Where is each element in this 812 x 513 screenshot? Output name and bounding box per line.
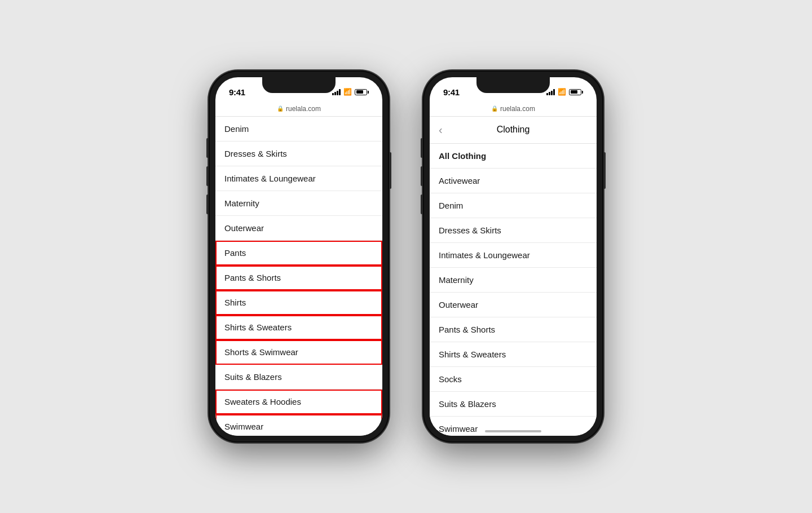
list-item[interactable]: All Clothing (430, 144, 597, 169)
phone-screen-right: 9:41 📶 (430, 77, 597, 436)
right-phone: 9:41 📶 (423, 70, 603, 443)
screen-content-right: 9:41 📶 (430, 77, 597, 436)
list-item[interactable]: Swimwear (430, 417, 597, 436)
lock-icon-right: 🔒 (491, 105, 498, 112)
url-bar-left: 🔒 ruelala.com (215, 102, 382, 117)
url-text-left: ruelala.com (286, 105, 321, 113)
notch-left (262, 77, 336, 93)
notch-right (476, 77, 550, 93)
list-item[interactable]: Outerwear (430, 293, 597, 317)
right-list[interactable]: All ClothingActivewearDenimDresses & Ski… (430, 144, 597, 436)
list-item[interactable]: Dresses & Skirts (430, 218, 597, 243)
status-time-right: 9:41 (443, 87, 460, 97)
status-icons-left: 📶 (332, 88, 369, 96)
list-item[interactable]: Pants (215, 241, 382, 266)
nav-header-right: ‹ Clothing (430, 117, 597, 144)
lock-icon-left: 🔒 (277, 105, 284, 112)
status-icons-right: 📶 (546, 88, 583, 96)
wifi-icon-left: 📶 (343, 88, 352, 96)
list-item[interactable]: Dresses & Skirts (215, 141, 382, 166)
list-item[interactable]: Denim (430, 193, 597, 218)
battery-icon-left (355, 89, 369, 95)
list-item[interactable]: Socks (430, 367, 597, 392)
phone-frame-left: 9:41 📶 (209, 70, 389, 443)
back-button[interactable]: ‹ (439, 122, 447, 138)
list-item[interactable]: Outerwear (215, 216, 382, 241)
list-item[interactable]: Maternity (430, 268, 597, 293)
list-item[interactable]: Shirts & Sweaters (215, 315, 382, 340)
list-item[interactable]: Intimates & Loungewear (430, 243, 597, 268)
left-phone: 9:41 📶 (209, 70, 389, 443)
list-item[interactable]: Shirts (215, 290, 382, 315)
list-item[interactable]: Sweaters & Hoodies (215, 390, 382, 414)
url-text-right: ruelala.com (500, 105, 535, 113)
phone-screen-left: 9:41 📶 (215, 77, 382, 436)
list-item[interactable]: Suits & Blazers (430, 392, 597, 417)
battery-icon-right (569, 89, 583, 95)
list-item[interactable]: Swimwear (215, 414, 382, 436)
list-item[interactable]: Maternity (215, 191, 382, 216)
nav-title: Clothing (497, 125, 530, 135)
list-item[interactable]: Denim (215, 117, 382, 141)
signal-icon-left (332, 89, 341, 95)
list-item[interactable]: Shirts & Sweaters (430, 342, 597, 367)
list-item[interactable]: Pants & Shorts (430, 317, 597, 342)
list-item[interactable]: Shorts & Swimwear (215, 340, 382, 365)
wifi-icon-right: 📶 (558, 88, 566, 96)
left-list[interactable]: DenimDresses & SkirtsIntimates & Loungew… (215, 117, 382, 436)
list-item[interactable]: Pants & Shorts (215, 266, 382, 290)
status-time-left: 9:41 (229, 87, 245, 97)
list-item[interactable]: Intimates & Loungewear (215, 166, 382, 191)
list-item[interactable]: Suits & Blazers (215, 365, 382, 390)
list-item[interactable]: Activewear (430, 169, 597, 193)
phone-frame-right: 9:41 📶 (423, 70, 603, 443)
screen-content-left: 9:41 📶 (215, 77, 382, 436)
url-bar-right: 🔒 ruelala.com (430, 102, 597, 117)
signal-icon-right (546, 89, 555, 95)
home-indicator-right (485, 430, 541, 432)
